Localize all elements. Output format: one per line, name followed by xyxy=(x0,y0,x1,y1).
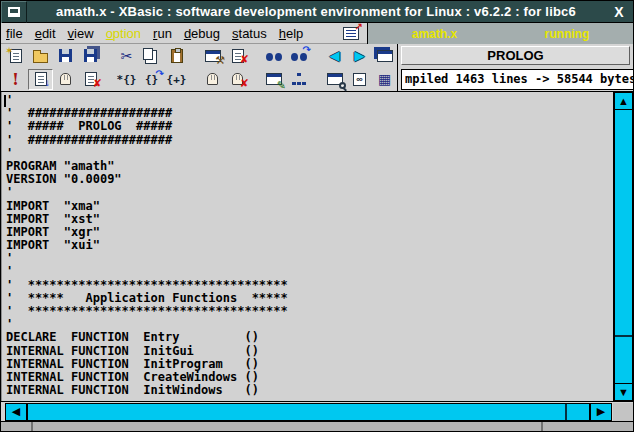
window-menu-icon xyxy=(8,7,20,17)
code-line: DECLARE FUNCTION Entry () xyxy=(6,331,613,344)
code-line: ' xyxy=(6,186,613,199)
save-all-icon-glyph xyxy=(84,49,97,62)
code-line: IMPORT "xst" xyxy=(6,213,613,226)
open-file-icon[interactable] xyxy=(28,45,53,66)
inspect-window-icon-overlay xyxy=(339,82,346,89)
compile-status-field[interactable]: mpiled 1463 lines -> 58544 bytes xyxy=(401,69,634,90)
step-over-icon[interactable]: {}↷ xyxy=(139,69,164,90)
delete-text-icon[interactable]: ✘ xyxy=(225,45,250,66)
step-out-icon[interactable]: {+} xyxy=(164,69,189,90)
breakpoint-hand-icon-glyph xyxy=(207,73,218,85)
pause-program-icon[interactable] xyxy=(53,69,78,90)
scroll-up-button[interactable]: ▲ xyxy=(614,92,633,110)
left-arrow-icon: ◀ xyxy=(12,406,20,417)
code-line: INTERNAL FUNCTION InitWindows () xyxy=(6,384,613,397)
menu-item-option[interactable]: option xyxy=(106,26,141,41)
resize-strip[interactable] xyxy=(1,421,633,431)
step-into-icon[interactable]: *{} xyxy=(114,69,139,90)
xbasic-window: amath.x - XBasic : software development … xyxy=(0,0,634,432)
section-label: PROLOG xyxy=(487,48,543,63)
find-next-icon-overlay: ↷ xyxy=(303,45,311,55)
code-line: ' #################### xyxy=(6,134,613,147)
menu-item-edit[interactable]: edit xyxy=(35,26,56,41)
menu-item-file[interactable]: file xyxy=(6,26,23,41)
up-arrow-icon: ▲ xyxy=(618,96,629,107)
code-line: INTERNAL FUNCTION InitGui () xyxy=(6,345,613,358)
save-file-icon[interactable] xyxy=(53,45,78,66)
menu-bar: fileeditviewoptionrundebugstatushelp↗ am… xyxy=(1,23,633,44)
scroll-left-button[interactable]: ◀ xyxy=(5,403,27,421)
down-arrow-icon: ▼ xyxy=(618,387,629,398)
copy-icon-glyph xyxy=(143,48,153,60)
window-menu-button[interactable] xyxy=(1,1,27,23)
clear-breakpoints-icon[interactable]: ✘ xyxy=(225,69,250,90)
run-to-cursor-icon[interactable]: ↓ xyxy=(28,69,53,90)
right-arrow-icon: ▶ xyxy=(597,406,605,417)
section-panel: PROLOG xyxy=(397,44,633,67)
menu-item-view[interactable]: view xyxy=(68,26,94,41)
clear-breakpoints-icon-overlay: ✘ xyxy=(240,78,249,88)
code-line: ' ##### PROLOG ##### xyxy=(6,120,613,133)
new-file-icon[interactable]: ✶ xyxy=(3,45,28,66)
step-out-icon-glyph: {+} xyxy=(167,73,187,86)
code-line: IMPORT "xma" xyxy=(6,200,613,213)
step-over-icon-overlay: ↷ xyxy=(156,69,164,79)
section-indicator[interactable]: PROLOG xyxy=(401,46,630,65)
horizontal-scrollbar[interactable]: ◀ ▶ xyxy=(1,401,633,421)
menu-item-debug[interactable]: debug xyxy=(184,26,220,41)
toolbar-row-1: ✶✂⚒✘↷◀▶ PROLOG xyxy=(1,44,633,67)
cut-icon[interactable]: ✂ xyxy=(114,45,139,66)
menu-item-status[interactable]: status xyxy=(232,26,267,41)
inspect-window-icon[interactable] xyxy=(322,69,347,90)
edit-window-icon[interactable]: ✎ xyxy=(261,69,286,90)
menu-item-run[interactable]: run xyxy=(153,26,172,41)
abort-run-icon-overlay: ✘ xyxy=(93,78,102,88)
find-next-icon[interactable]: ↷ xyxy=(286,45,311,66)
resize-divider xyxy=(31,422,33,431)
scroll-down-button[interactable]: ▼ xyxy=(614,383,633,401)
run-to-cursor-icon-overlay: ↓ xyxy=(45,78,50,88)
expression-watch-icon-glyph: ∞ xyxy=(353,73,365,86)
detach-panel-icon[interactable]: ↗ xyxy=(343,27,359,40)
scroll-right-button[interactable]: ▶ xyxy=(590,403,612,421)
list-view-icon[interactable]: ▦ xyxy=(372,69,397,90)
vertical-scrollbar-track[interactable] xyxy=(614,110,633,383)
compile-status-panel: mpiled 1463 lines -> 58544 bytes ▼ xyxy=(397,67,634,91)
code-line: VERSION "0.0009" xyxy=(6,173,613,186)
function-tree-icon[interactable] xyxy=(286,69,311,90)
cascade-windows-icon[interactable] xyxy=(372,45,397,66)
new-file-icon-overlay: ✶ xyxy=(5,46,13,56)
navigate-forward-icon[interactable]: ▶ xyxy=(347,45,372,66)
code-line: IMPORT "xui" xyxy=(6,239,613,252)
vertical-scrollbar-thumb[interactable] xyxy=(615,110,632,337)
vertical-scrollbar[interactable]: ▲ ▼ xyxy=(613,92,633,401)
abort-run-icon[interactable]: ✘ xyxy=(78,69,103,90)
paste-icon[interactable] xyxy=(164,45,189,66)
find-icon-glyph xyxy=(266,53,282,62)
red-arrow-decoration: ↗ xyxy=(355,21,363,32)
navigate-back-icon[interactable]: ◀ xyxy=(322,45,347,66)
horizontal-scrollbar-track[interactable] xyxy=(27,403,590,421)
program-name: amath.x xyxy=(412,27,457,41)
pause-program-icon-glyph xyxy=(60,73,71,85)
toolbar-row-2: !↓✘*{}{}↷{+}✘✎∞▦ mpiled 1463 lines -> 58… xyxy=(1,67,633,92)
save-file-icon-glyph xyxy=(59,49,72,62)
expression-watch-icon[interactable]: ∞ xyxy=(347,69,372,90)
program-status-panel: amath.x running xyxy=(367,23,633,44)
find-icon[interactable] xyxy=(261,45,286,66)
code-editor[interactable]: '' ####################' ##### PROLOG ##… xyxy=(1,92,613,401)
window-titlebar[interactable]: amath.x - XBasic : software development … xyxy=(1,1,633,23)
code-line: ' ************************************ xyxy=(6,305,613,318)
build-icon[interactable]: ⚒ xyxy=(200,45,225,66)
close-button[interactable]: X xyxy=(605,4,633,20)
menu-item-help[interactable]: help xyxy=(279,26,304,41)
run-program-icon-glyph: ! xyxy=(12,70,19,89)
copy-icon[interactable] xyxy=(139,45,164,66)
save-all-icon[interactable] xyxy=(78,45,103,66)
code-line: ' xyxy=(6,265,613,278)
breakpoint-hand-icon[interactable] xyxy=(200,69,225,90)
horizontal-scrollbar-thumb[interactable] xyxy=(28,404,567,420)
navigate-forward-icon-glyph: ▶ xyxy=(355,48,365,63)
open-file-icon-glyph xyxy=(33,53,48,63)
run-program-icon[interactable]: ! xyxy=(3,69,28,90)
